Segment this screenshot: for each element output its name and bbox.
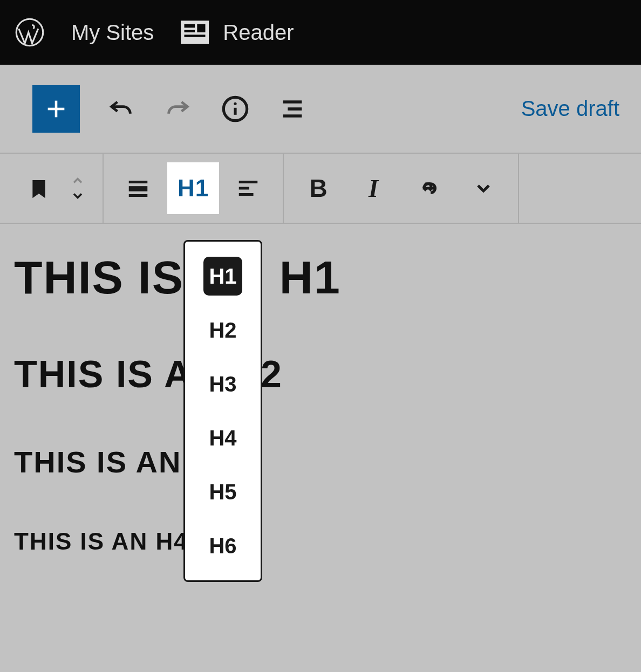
heading-level-dropdown: H1 H2 H3 H4 H5 H6 [183, 240, 262, 582]
heading-option-h4[interactable]: H4 [203, 419, 242, 457]
chevron-up-icon [68, 173, 87, 188]
redo-icon [164, 95, 192, 123]
editor-content[interactable]: THIS IS AN H1 THIS IS AN H2 THIS IS AN H… [0, 224, 641, 630]
block-type-button[interactable] [19, 162, 58, 214]
svg-point-10 [234, 102, 236, 105]
bold-label: B [309, 174, 327, 203]
chevron-down-icon [68, 188, 87, 203]
admin-bar: My Sites Reader [0, 0, 641, 65]
wordpress-logo-icon [15, 18, 44, 47]
wordpress-logo-button[interactable] [15, 18, 44, 47]
heading-h2[interactable]: THIS IS AN H2 [14, 353, 627, 396]
svg-rect-3 [185, 30, 195, 32]
italic-button[interactable]: I [347, 162, 399, 214]
svg-rect-2 [185, 24, 195, 28]
info-button[interactable] [219, 93, 251, 125]
heading-h4[interactable]: THIS IS AN H4 [14, 528, 627, 555]
redo-button[interactable] [162, 93, 194, 125]
reader-label: Reader [223, 20, 294, 45]
reader-link[interactable]: Reader [181, 20, 294, 45]
svg-rect-5 [197, 24, 206, 32]
chevron-down-icon [473, 177, 494, 199]
block-toolbar: H1 B I [0, 154, 641, 224]
align-icon [126, 176, 151, 201]
heading-h3[interactable]: THIS IS AN H3 [14, 444, 627, 479]
heading-level-label: H1 [178, 175, 209, 202]
reader-icon [181, 20, 209, 44]
add-block-button[interactable] [32, 85, 80, 133]
heading-h1[interactable]: THIS IS AN H1 [14, 251, 627, 304]
block-movers[interactable] [62, 173, 94, 203]
save-draft-label: Save draft [521, 97, 619, 120]
text-align-button[interactable] [222, 162, 274, 214]
heading-level-button[interactable]: H1 [167, 162, 219, 214]
heading-option-h3[interactable]: H3 [203, 365, 242, 403]
link-button[interactable] [403, 162, 454, 214]
heading-option-h1[interactable]: H1 [203, 257, 242, 296]
bookmark-icon [28, 175, 50, 201]
more-options-button[interactable] [458, 162, 509, 214]
my-sites-link[interactable]: My Sites [71, 20, 154, 45]
svg-rect-15 [129, 186, 148, 191]
save-draft-button[interactable]: Save draft [521, 97, 619, 121]
my-sites-label: My Sites [71, 20, 154, 45]
align-button[interactable] [112, 162, 164, 214]
link-icon [415, 175, 442, 202]
bold-button[interactable]: B [292, 162, 344, 214]
undo-button[interactable] [105, 93, 137, 125]
svg-rect-4 [185, 35, 206, 37]
heading-option-h2[interactable]: H2 [203, 311, 242, 349]
outline-button[interactable] [276, 93, 309, 125]
heading-option-h6[interactable]: H6 [203, 526, 242, 565]
outline-icon [278, 95, 306, 123]
italic-label: I [369, 174, 378, 203]
undo-icon [107, 95, 135, 123]
info-icon [221, 95, 249, 123]
align-left-icon [236, 176, 261, 201]
heading-option-h5[interactable]: H5 [203, 472, 242, 511]
editor-toolbar: Save draft [0, 65, 641, 154]
plus-icon [44, 97, 69, 121]
